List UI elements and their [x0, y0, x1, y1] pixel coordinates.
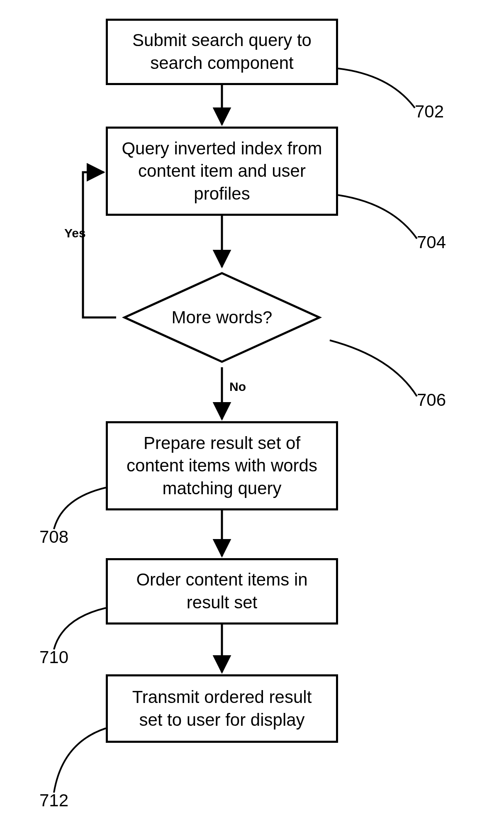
flow-box-712-text: Transmit ordered result set to user for … [120, 686, 324, 731]
flow-box-712: Transmit ordered result set to user for … [106, 674, 338, 743]
ref-710: 710 [39, 647, 68, 667]
flow-box-704-text: Query inverted index from content item a… [120, 137, 324, 205]
flow-box-708: Prepare result set of content items with… [106, 421, 338, 510]
ref-702: 702 [415, 102, 444, 122]
flow-box-708-text: Prepare result set of content items with… [120, 432, 324, 500]
flow-box-702: Submit search query to search component [106, 19, 338, 85]
flow-box-702-text: Submit search query to search component [120, 29, 324, 74]
ref-706: 706 [417, 390, 446, 410]
ref-704: 704 [417, 232, 446, 252]
ref-708: 708 [39, 527, 68, 547]
flow-decision-706-text: More words? [172, 307, 273, 327]
flow-decision-706: More words? [106, 268, 338, 367]
edge-label-no: No [229, 380, 246, 394]
edge-label-yes: Yes [64, 226, 86, 240]
flow-box-710-text: Order content items in result set [120, 569, 324, 614]
ref-712: 712 [39, 791, 68, 810]
flow-box-704: Query inverted index from content item a… [106, 127, 338, 216]
flow-box-710: Order content items in result set [106, 558, 338, 625]
